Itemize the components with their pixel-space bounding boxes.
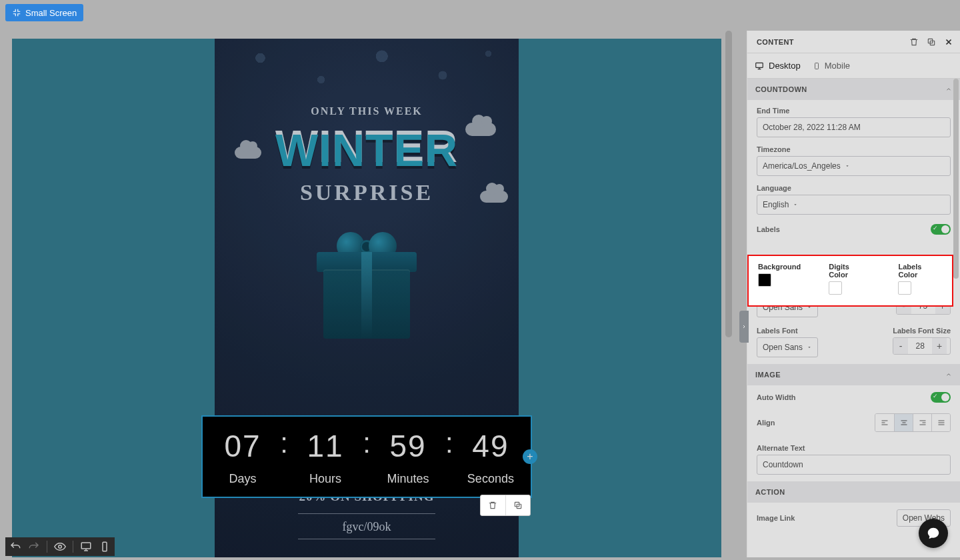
auto-width-label: Auto Width <box>757 393 796 401</box>
end-time-label: End Time <box>757 107 951 115</box>
tab-desktop[interactable]: Desktop <box>754 61 801 71</box>
section-image-title: IMAGE <box>755 371 781 379</box>
digits-color-swatch[interactable] <box>829 281 842 295</box>
timezone-value: America/Los_Angeles <box>763 161 841 171</box>
desktop-device-icon[interactable] <box>80 541 92 553</box>
section-countdown-header[interactable]: COUNTDOWN <box>747 79 960 100</box>
section-countdown-title: COUNTDOWN <box>755 85 807 93</box>
background-color-label: Background <box>758 263 801 271</box>
countdown-minutes: 59 <box>371 428 445 464</box>
desktop-icon <box>754 61 765 71</box>
divider <box>298 539 435 539</box>
svg-rect-1 <box>81 543 91 549</box>
canvas-scrollbar[interactable] <box>724 31 733 557</box>
language-value: English <box>763 200 789 209</box>
add-block-handle[interactable]: + <box>523 449 537 464</box>
small-screen-button[interactable]: Small Screen <box>5 4 83 21</box>
countdown-hours: 11 <box>288 428 363 464</box>
history-toolbar <box>5 537 115 556</box>
panel-scrollbar[interactable] <box>952 79 959 557</box>
surprise-text: SURPRISE <box>215 180 519 205</box>
caret-down-icon <box>807 345 812 350</box>
labels-color-swatch[interactable] <box>898 281 911 295</box>
labels-font-value: Open Sans <box>763 343 803 352</box>
alt-text-label: Alternate Text <box>757 444 951 452</box>
color-swatches-highlight: Background Digits Color Labels Color <box>747 255 953 307</box>
mobile-device-icon[interactable] <box>99 541 111 553</box>
svg-rect-7 <box>756 63 763 67</box>
align-left-button[interactable] <box>875 414 894 431</box>
tab-desktop-label: Desktop <box>769 61 801 71</box>
chat-widget-button[interactable] <box>919 519 948 548</box>
voucher-code: fgvc/09ok <box>215 520 519 534</box>
small-screen-label: Small Screen <box>25 8 77 18</box>
countdown-block[interactable]: 07 Days : 11 Hours : 59 Minutes : 49 Sec… <box>201 415 532 498</box>
countdown-separator: : <box>280 419 288 459</box>
close-icon[interactable] <box>944 37 953 47</box>
trash-icon[interactable] <box>909 37 919 47</box>
countdown-days-label: Days <box>205 472 280 486</box>
tab-mobile[interactable]: Mobile <box>813 61 850 71</box>
align-center-button[interactable] <box>894 414 913 431</box>
image-link-label: Image Link <box>757 514 795 522</box>
countdown-seconds-label: Seconds <box>453 472 528 486</box>
preview-eye-icon[interactable] <box>54 541 66 553</box>
countdown-minutes-label: Minutes <box>371 472 445 486</box>
caret-down-icon <box>793 202 798 207</box>
countdown-separator: : <box>445 419 453 459</box>
delete-block-button[interactable] <box>481 495 505 515</box>
separator <box>47 541 47 553</box>
auto-width-toggle[interactable]: ✓ <box>931 392 951 403</box>
language-select[interactable]: English <box>757 195 951 215</box>
trash-icon <box>488 501 497 510</box>
panel-title: CONTENT <box>757 38 794 46</box>
labels-toggle-label: Labels <box>757 225 780 233</box>
email-canvas[interactable]: ONLY THIS WEEK WINTER SURPRISE USE GIFT … <box>12 39 721 557</box>
labels-font-size-stepper[interactable]: - + <box>893 337 951 355</box>
copy-icon <box>513 501 523 510</box>
countdown-hours-label: Hours <box>288 472 363 486</box>
countdown-days: 07 <box>205 428 280 464</box>
block-quick-actions <box>480 495 531 516</box>
align-right-button[interactable] <box>913 414 931 431</box>
collapse-icon <box>12 8 21 17</box>
timezone-select[interactable]: America/Los_Angeles <box>757 156 951 176</box>
svg-rect-2 <box>103 542 107 551</box>
cloud-decoration <box>480 191 508 203</box>
language-label: Language <box>757 184 951 192</box>
svg-point-0 <box>59 545 62 549</box>
align-buttons <box>875 413 951 432</box>
svg-rect-8 <box>815 63 818 69</box>
align-label: Align <box>757 419 775 427</box>
duplicate-icon[interactable] <box>927 37 936 47</box>
separator <box>73 541 73 553</box>
tab-mobile-label: Mobile <box>825 61 850 71</box>
cloud-decoration <box>235 147 261 159</box>
mobile-icon <box>813 61 821 71</box>
labels-font-label: Labels Font <box>757 327 818 335</box>
caret-down-icon <box>845 163 850 169</box>
side-expand-handle[interactable] <box>739 311 749 343</box>
undo-icon[interactable] <box>9 541 21 553</box>
chevron-right-icon <box>741 323 747 331</box>
gift-image <box>317 225 417 339</box>
section-action-header[interactable]: ACTION <box>747 481 960 503</box>
align-justify-button[interactable] <box>931 414 950 431</box>
stepper-decrement[interactable]: - <box>893 338 908 354</box>
chevron-up-icon <box>945 86 952 93</box>
background-color-swatch[interactable] <box>758 273 771 287</box>
duplicate-block-button[interactable] <box>505 495 531 515</box>
timezone-label: Timezone <box>757 145 951 153</box>
stepper-increment[interactable]: + <box>932 338 947 354</box>
canvas-viewport: ONLY THIS WEEK WINTER SURPRISE USE GIFT … <box>12 31 733 557</box>
redo-icon[interactable] <box>28 541 40 553</box>
labels-toggle[interactable]: ✓ <box>931 224 951 235</box>
section-image-header[interactable]: IMAGE <box>747 364 960 385</box>
chat-icon <box>926 526 941 541</box>
alt-text-field[interactable] <box>757 455 951 475</box>
labels-font-size-input[interactable] <box>908 338 932 354</box>
labels-font-select[interactable]: Open Sans <box>757 337 818 357</box>
properties-panel: CONTENT Desktop Mobile COUNTDOWN End Tim… <box>747 31 960 557</box>
section-action-title: ACTION <box>755 488 785 496</box>
end-time-field[interactable] <box>757 117 951 137</box>
